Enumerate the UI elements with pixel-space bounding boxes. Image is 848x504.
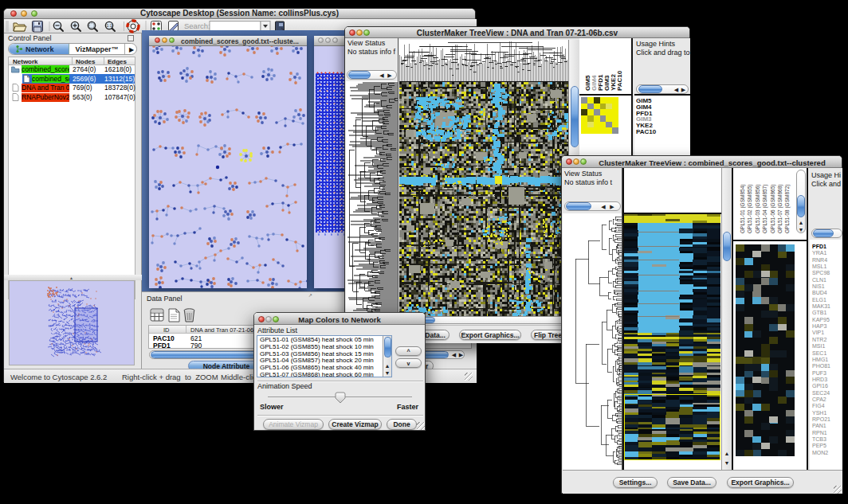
svg-text:GPL51-02 (GSM855): GPL51-02 (GSM855)	[747, 185, 753, 233]
svg-text:GPL51-01 (GSM854): GPL51-01 (GSM854)	[740, 185, 746, 233]
svg-text:GPL51-07 (GSM868): GPL51-07 (GSM868)	[777, 185, 783, 233]
svg-text:GPL51-04 (GSM857): GPL51-04 (GSM857)	[762, 185, 768, 233]
svg-text:GPL51-03 (GSM856): GPL51-03 (GSM856)	[755, 185, 761, 233]
svg-text:GPL51-06 (GSM865): GPL51-06 (GSM865)	[770, 185, 776, 233]
svg-text:Search:: Search:	[184, 21, 210, 30]
svg-text:1:1: 1:1	[107, 23, 112, 28]
svg-text:GPL51-08 (GSM872): GPL51-08 (GSM872)	[784, 185, 791, 233]
svg-text:PAC10: PAC10	[616, 70, 623, 91]
